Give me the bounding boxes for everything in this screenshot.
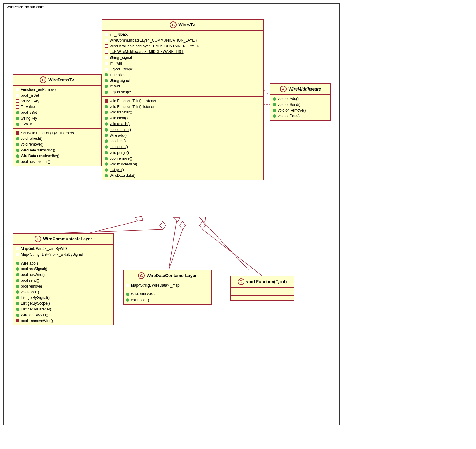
method-icon	[105, 128, 108, 132]
field-icon	[105, 44, 108, 48]
comm-method-send: bool send()	[16, 278, 111, 284]
method-icon	[16, 290, 19, 294]
private-icon	[105, 99, 108, 103]
field-icon	[16, 253, 19, 256]
method-icon	[16, 160, 19, 163]
method-icon	[105, 134, 108, 137]
method-icon	[273, 97, 276, 101]
voidfunction-class-name: void Function(T, int)	[246, 279, 287, 284]
svg-marker-9	[180, 221, 186, 229]
wire-field-comm-layer: WireCommunicateLayer _COMMUNICATION_LAYE…	[105, 38, 261, 43]
wire-prop-signal: String signal	[105, 78, 261, 83]
method-icon	[105, 174, 108, 177]
comm-method-hassignal: bool hasSignal()	[16, 266, 111, 272]
method-icon	[16, 143, 19, 146]
wiremiddleware-type-circle: A	[280, 86, 287, 92]
voidfunction-empty-section2	[231, 296, 294, 300]
wire-field-middleware-list: List<WireMiddleware> _MIDDLEWARE_LIST	[105, 49, 261, 55]
method-icon	[105, 111, 108, 114]
field-icon	[16, 105, 19, 109]
datacontainerlayer-class-name: WireDataContainerLayer	[147, 273, 196, 278]
wire-method-listener-priv: void Function(T, int) _listener	[105, 98, 261, 104]
wiredata-method-haslistener: bool hasListener()	[16, 159, 99, 165]
wiredata-prop-isset: bool isSet	[16, 110, 99, 116]
voidfunction-type-circle: C	[238, 278, 244, 285]
comm-method-getbysignal: List getBySignal()	[16, 295, 111, 301]
wire-method-has: bool has()	[105, 138, 261, 144]
communicatelayer-methods-section: Wire add() bool hasSignal() bool hasWire…	[13, 259, 113, 325]
wire-method-send: bool send()	[105, 144, 261, 150]
datacontainerlayer-class: C WireDataContainerLayer Map<String, Wir…	[123, 270, 212, 305]
method-icon	[105, 139, 108, 143]
file-tab[interactable]: wire::src::main.dart	[3, 3, 47, 10]
wiremiddleware-method-onadd: void onAdd()	[273, 96, 328, 102]
method-icon	[273, 114, 276, 118]
comm-method-getbywid: Wire getByWID()	[16, 312, 111, 318]
wire-method-data: WireData data()	[105, 173, 261, 179]
diagram-canvas: C Wire<T> int _INDEX WireCommunicateLaye…	[7, 13, 336, 410]
wire-class: C Wire<T> int _INDEX WireCommunicateLaye…	[102, 19, 264, 180]
prop-icon	[16, 111, 19, 114]
datacontainer-method-clear: void clear()	[126, 297, 209, 303]
comm-method-getbylistener: List getByListener()	[16, 306, 111, 312]
method-icon	[16, 137, 19, 140]
private-icon	[16, 131, 19, 135]
svg-line-12	[203, 229, 262, 276]
method-icon	[105, 168, 108, 172]
prop-icon	[105, 79, 108, 82]
method-icon	[16, 262, 19, 265]
wiremiddleware-class: A WireMiddleware void onAdd() void onSen…	[270, 83, 331, 121]
communicatelayer-class: C WireCommunicateLayer Map<int, Wire> _w…	[13, 233, 114, 325]
wire-fields-section: int _INDEX WireCommunicateLayer _COMMUNI…	[102, 31, 263, 97]
datacontainer-field-map: Map<String, WireData> _map	[126, 283, 209, 288]
svg-marker-7	[160, 221, 166, 229]
wire-method-purge: void purge()	[105, 150, 261, 156]
wiredata-field-key: String _key	[16, 98, 99, 104]
field-icon	[105, 56, 108, 59]
wiremiddleware-class-name: WireMiddleware	[288, 87, 321, 91]
wiredata-field-value: T _value	[16, 104, 99, 110]
svg-line-2	[169, 221, 177, 270]
field-icon	[16, 94, 19, 97]
wire-method-middleware: void middleware()	[105, 161, 261, 167]
diagram-container: wire::src::main.dart C Wire<T>	[3, 3, 340, 425]
wiredata-field-isset: bool _isSet	[16, 93, 99, 98]
method-icon	[105, 105, 108, 108]
wire-field-wid: int _wid	[105, 61, 261, 66]
wire-method-add: Wire add()	[105, 133, 261, 139]
comm-method-remove: bool remove()	[16, 284, 111, 289]
wiredata-type-circle: C	[40, 76, 46, 83]
wiredata-fields-section: Function _onRemove bool _isSet String _k…	[13, 86, 101, 129]
svg-marker-11	[199, 221, 206, 229]
method-icon	[16, 302, 19, 305]
field-icon	[16, 88, 19, 91]
method-icon	[273, 109, 276, 112]
wiredata-method-remove: void remove()	[16, 142, 99, 147]
svg-marker-5	[199, 217, 206, 221]
datacontainerlayer-methods-section: WireData get() void clear()	[124, 290, 211, 304]
wiredata-field-onremove: Function _onRemove	[16, 87, 99, 93]
wire-field-scope: Object _scope	[105, 66, 261, 72]
prop-icon	[16, 117, 19, 120]
wiredata-prop-key: String key	[16, 116, 99, 121]
datacontainerlayer-type-circle: C	[138, 272, 145, 279]
method-icon	[105, 122, 108, 126]
prop-icon	[105, 73, 108, 76]
method-icon	[16, 149, 19, 152]
datacontainerlayer-fields-section: Map<String, WireData> _map	[124, 281, 211, 290]
method-icon	[16, 279, 19, 282]
wiredata-class: C WireData<T> Function _onRemove bool _i…	[13, 74, 102, 166]
voidfunction-empty-section	[231, 288, 294, 296]
wiredata-method-refresh: void refresh()	[16, 136, 99, 142]
wire-method-remove: bool remove()	[105, 156, 261, 161]
prop-icon	[105, 85, 108, 88]
method-icon	[105, 157, 108, 160]
method-icon	[105, 145, 108, 149]
prop-icon	[105, 91, 108, 94]
wiredata-prop-value: T value	[16, 121, 99, 127]
communicatelayer-fields-section: Map<int, Wire> _wireByWID Map<String, Li…	[13, 245, 113, 259]
svg-line-8	[62, 229, 163, 233]
communicatelayer-type-circle: C	[35, 236, 41, 242]
datacontainerlayer-header: C WireDataContainerLayer	[124, 270, 211, 281]
method-icon	[16, 154, 19, 158]
